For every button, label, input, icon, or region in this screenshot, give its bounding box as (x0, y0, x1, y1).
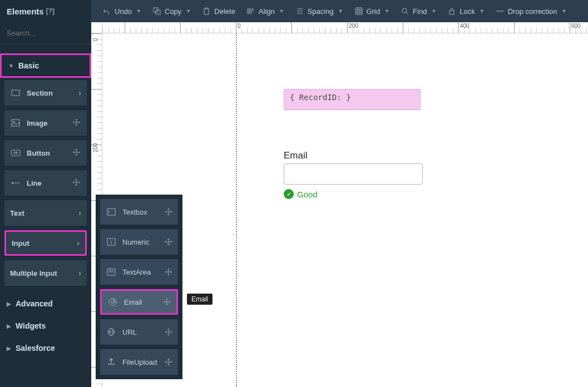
textbox-icon (106, 206, 117, 217)
svg-rect-25 (249, 12, 251, 13)
check-icon: ✓ (284, 189, 294, 199)
undo-icon (102, 7, 111, 16)
spacing-icon (295, 7, 304, 16)
category-label: Salesforce (16, 344, 55, 353)
element-text[interactable]: Text › (4, 200, 87, 226)
element-input[interactable]: Input › (4, 230, 87, 256)
category-label: Basic (18, 61, 39, 70)
svg-text:1: 1 (110, 240, 113, 245)
toolbar-label: Delete (214, 7, 235, 16)
expand-icon: ▶ (7, 323, 11, 329)
category-widgets[interactable]: ▶ Widgets (0, 315, 91, 337)
find-button[interactable]: Find ▼ (395, 0, 442, 22)
input-textarea[interactable]: TextArea (100, 259, 178, 285)
section-icon (10, 87, 21, 98)
copy-button[interactable]: Copy ▼ (147, 0, 196, 22)
input-textbox[interactable]: Textbox (100, 199, 178, 225)
subitem-label: Email (124, 298, 142, 306)
search-input[interactable] (7, 29, 100, 37)
record-id-element[interactable]: { RecordID: } (284, 89, 421, 110)
ruler-label: 600 (571, 23, 581, 29)
drag-icon (165, 268, 172, 276)
ruler-label: 200 (92, 143, 98, 152)
element-section[interactable]: Section › (4, 80, 87, 106)
element-image[interactable]: Image (4, 110, 87, 136)
dropdown-icon: ▼ (480, 8, 485, 14)
subitem-label: Numeric (122, 238, 149, 246)
element-multiple-input[interactable]: Multiple Input › (4, 260, 87, 286)
svg-rect-24 (249, 9, 253, 11)
element-label: Input (12, 239, 29, 247)
category-label: Widgets (16, 321, 46, 330)
element-label: Text (10, 209, 24, 217)
ruler-label: 400 (460, 23, 470, 29)
drag-icon (165, 208, 172, 216)
email-icon (107, 296, 118, 307)
button-icon: OK (10, 147, 21, 158)
dropdown-icon: ▼ (562, 8, 567, 14)
delete-button[interactable]: Delete (196, 0, 241, 22)
toolbar-label: Undo (115, 7, 132, 16)
page-boundary (236, 33, 237, 387)
lock-button[interactable]: Lock ▼ (442, 0, 490, 22)
undo-button[interactable]: Undo ▼ (97, 0, 147, 22)
grid-icon (354, 7, 363, 16)
drag-icon (165, 238, 172, 246)
email-input[interactable] (284, 163, 423, 185)
dropdown-icon: ▼ (338, 8, 343, 14)
svg-point-29 (402, 8, 407, 13)
svg-rect-2 (12, 90, 19, 96)
toolbar-label: Spacing (308, 7, 334, 16)
email-label: Email (284, 150, 423, 161)
subitem-label: URL (122, 328, 137, 336)
category-advanced[interactable]: ▶ Advanced (0, 292, 91, 315)
drop-correction-button[interactable]: Drop correction ▼ (490, 0, 572, 22)
ruler-horizontal[interactable]: 0200400600 (102, 22, 588, 33)
svg-rect-31 (449, 11, 454, 14)
chevron-right-icon: › (78, 209, 81, 217)
dropdown-icon: ▼ (279, 8, 284, 14)
category-basic[interactable]: ▼ Basic (0, 53, 91, 78)
drag-icon (72, 148, 81, 157)
element-line[interactable]: Line (4, 170, 87, 196)
category-salesforce[interactable]: ▶ Salesforce (0, 337, 91, 359)
subitem-label: FileUpload (122, 358, 157, 366)
drag-icon (165, 358, 172, 366)
element-button[interactable]: OK Button (4, 140, 87, 166)
spacing-button[interactable]: Spacing ▼ (290, 0, 349, 22)
ruler-label: 0 (92, 38, 98, 41)
input-numeric[interactable]: 1 Numeric (100, 229, 178, 255)
status-text: Good (297, 190, 318, 199)
help-link[interactable]: [?] (46, 7, 55, 15)
drag-icon (72, 118, 81, 127)
input-email[interactable]: Email (100, 289, 178, 315)
svg-rect-9 (107, 209, 115, 215)
toolbar-label: Lock (459, 7, 475, 16)
input-fileupload[interactable]: FileUpload (100, 349, 178, 375)
upload-icon (106, 356, 117, 368)
toolbar-label: Align (259, 7, 275, 16)
find-icon (401, 7, 409, 16)
email-element[interactable]: Email ✓ Good (284, 150, 423, 199)
ruler-label: 0 (238, 23, 241, 29)
svg-point-17 (112, 301, 115, 304)
url-icon (106, 326, 117, 338)
elements-title: Elements (7, 7, 44, 16)
category-label: Advanced (16, 299, 53, 308)
toolbar-label: Copy (165, 7, 181, 16)
lock-icon (447, 7, 456, 16)
dropdown-icon: ▼ (136, 8, 141, 14)
align-icon (246, 7, 255, 16)
chevron-right-icon: › (78, 269, 81, 277)
align-button[interactable]: Align ▼ (241, 0, 290, 22)
ruler-label: 200 (349, 23, 358, 29)
grid-button[interactable]: Grid ▼ (349, 0, 395, 22)
tooltip: Email (187, 294, 213, 305)
subitem-label: TextArea (122, 268, 151, 276)
input-url[interactable]: URL (100, 319, 178, 345)
textarea-icon (106, 266, 117, 277)
toolbar-label: Find (413, 7, 427, 16)
element-label: Image (27, 119, 48, 127)
element-label: Section (27, 89, 53, 97)
dropdown-icon: ▼ (384, 8, 389, 14)
